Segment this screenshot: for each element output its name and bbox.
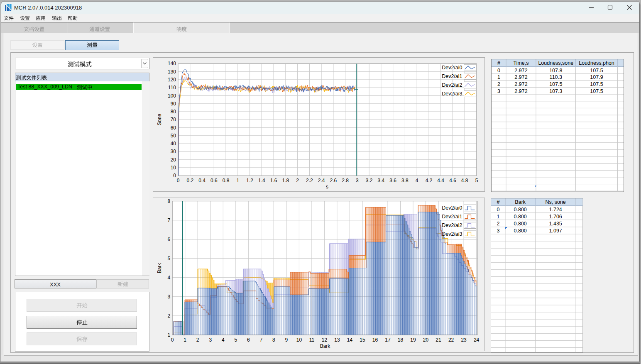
svg-text:18: 18 [398,337,404,343]
svg-text:21: 21 [435,337,441,343]
svg-text:23: 23 [461,337,467,343]
svg-text:107.5: 107.5 [590,81,603,87]
svg-text:1.4: 1.4 [258,178,265,183]
svg-text:90: 90 [171,101,176,107]
svg-text:4: 4 [222,337,225,343]
svg-text:1.097: 1.097 [549,228,562,234]
svg-text:10: 10 [171,165,176,171]
svg-text:1: 1 [236,178,239,183]
svg-text:0: 0 [177,178,180,183]
svg-text:6: 6 [247,337,250,343]
svg-text:107.5: 107.5 [549,81,562,87]
svg-text:107.5: 107.5 [590,88,603,94]
svg-text:1.2: 1.2 [246,178,253,183]
svg-text:5: 5 [168,256,171,261]
svg-text:120: 120 [168,77,176,83]
svg-text:107.3: 107.3 [549,88,562,94]
svg-text:#: # [497,60,500,66]
svg-text:1.435: 1.435 [549,221,562,227]
svg-text:Dev2/ai3: Dev2/ai3 [442,231,462,237]
svg-text:107.9: 107.9 [590,74,603,80]
svg-text:6: 6 [168,237,171,242]
svg-text:70: 70 [171,117,176,122]
svg-text:20: 20 [423,337,429,343]
svg-text:2: 2 [168,313,171,319]
svg-text:Dev2/ai0: Dev2/ai0 [442,65,462,71]
svg-text:0: 0 [497,207,500,213]
svg-text:3.2: 3.2 [366,178,373,183]
svg-text:13: 13 [334,337,340,343]
svg-text:0.800: 0.800 [514,228,527,234]
svg-text:22: 22 [448,337,454,343]
svg-text:0: 0 [171,337,174,343]
svg-text:7: 7 [168,217,171,223]
svg-text:40: 40 [171,141,176,147]
svg-text:15: 15 [360,337,365,343]
svg-text:0.800: 0.800 [514,221,527,227]
svg-text:3: 3 [168,294,171,300]
svg-text:Ns, sone: Ns, sone [546,199,566,205]
svg-text:3: 3 [209,337,212,343]
svg-text:12: 12 [322,337,328,343]
svg-text:Bark: Bark [157,263,162,274]
svg-text:Loudness,phon: Loudness,phon [579,60,614,66]
svg-text:Time,s: Time,s [513,60,528,66]
svg-text:Dev2/ai2: Dev2/ai2 [442,222,462,228]
svg-text:3: 3 [356,178,359,183]
svg-text:1.706: 1.706 [549,214,562,220]
svg-text:1: 1 [183,337,186,343]
svg-text:Dev2/ai1: Dev2/ai1 [442,214,462,220]
svg-text:Dev2/ai0: Dev2/ai0 [442,205,462,211]
svg-text:Dev2/ai1: Dev2/ai1 [442,73,462,79]
svg-text:0.8: 0.8 [223,178,230,183]
svg-text:4.6: 4.6 [449,178,456,183]
svg-text:0.2: 0.2 [186,178,193,183]
svg-text:60: 60 [171,125,176,131]
svg-text:20: 20 [171,157,176,163]
svg-text:14: 14 [347,337,353,343]
svg-text:24: 24 [474,337,480,343]
svg-text:2.972: 2.972 [514,88,527,94]
svg-text:2.2: 2.2 [306,178,313,183]
svg-text:5: 5 [475,178,478,183]
svg-text:4: 4 [168,275,171,281]
svg-text:0: 0 [497,67,500,73]
svg-text:Bark: Bark [320,343,331,349]
svg-text:1: 1 [497,214,500,220]
svg-text:7: 7 [259,337,262,343]
svg-text:3.4: 3.4 [378,178,385,183]
svg-text:2: 2 [497,81,500,87]
svg-text:8: 8 [168,198,171,204]
svg-text:10: 10 [296,337,302,343]
svg-text:2.4: 2.4 [318,178,325,183]
svg-text:2.972: 2.972 [514,74,527,80]
svg-text:2: 2 [196,337,199,343]
svg-text:0.800: 0.800 [514,214,527,220]
svg-text:1: 1 [168,332,171,338]
svg-text:11: 11 [309,337,315,343]
svg-text:3.6: 3.6 [389,178,396,183]
svg-text:4.2: 4.2 [426,178,433,183]
svg-text:2: 2 [497,221,500,227]
svg-text:1.8: 1.8 [282,178,289,183]
svg-text:80: 80 [171,109,176,115]
svg-text:Loudness,sone: Loudness,sone [538,60,573,66]
svg-text:3: 3 [497,228,500,234]
svg-text:0.6: 0.6 [210,178,218,183]
svg-text:16: 16 [372,337,378,343]
svg-text:#: # [497,199,500,205]
svg-text:Bark: Bark [515,199,526,205]
svg-text:107.5: 107.5 [590,67,603,73]
svg-text:2.972: 2.972 [514,81,527,87]
svg-text:2.8: 2.8 [342,178,349,183]
svg-text:s: s [326,184,328,190]
svg-text:3: 3 [497,88,500,94]
svg-text:9: 9 [285,337,288,343]
svg-text:30: 30 [171,149,176,154]
svg-text:19: 19 [410,337,416,343]
svg-text:4: 4 [416,178,418,183]
svg-text:Dev2/ai2: Dev2/ai2 [442,82,462,88]
svg-text:8: 8 [272,337,275,343]
svg-text:4.8: 4.8 [461,178,468,183]
svg-text:2: 2 [296,178,299,183]
